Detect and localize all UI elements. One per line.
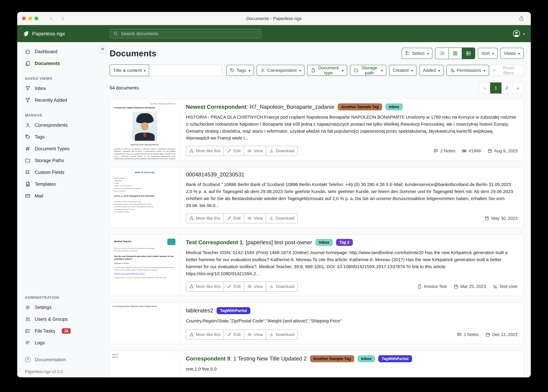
users-icon xyxy=(25,316,30,322)
action-label: More like this xyxy=(196,148,220,153)
view-button[interactable]: View xyxy=(244,330,266,339)
filter-permissions-button[interactable]: Permissions xyxy=(446,65,489,76)
app-logo[interactable]: Paperless-ngx xyxy=(23,30,65,37)
download-button[interactable]: Download xyxy=(266,282,297,291)
filter-storage-path-button[interactable]: Storage path xyxy=(350,65,386,76)
view-button[interactable]: View xyxy=(244,146,266,156)
sort-button[interactable]: Sort xyxy=(478,48,498,59)
sidebar-item-users-groups[interactable]: Users & Groups xyxy=(17,313,102,325)
more-like-this-button[interactable]: More like this xyxy=(186,330,224,339)
document-tag[interactable]: TagWithPartial xyxy=(216,307,250,314)
document-tag[interactable]: TagWithPartial xyxy=(378,355,412,362)
document-thumbnail[interactable]: BANK OF SCOTLANDBank of Scotland10886 Be… xyxy=(110,167,180,228)
sidebar-item-inbox[interactable]: Inbox xyxy=(17,83,102,94)
view-list-button[interactable] xyxy=(435,48,448,59)
more-like-this-button[interactable]: More like this xyxy=(186,282,224,291)
filter-tags-button[interactable]: Tags xyxy=(226,65,254,76)
filter-correspondent-button[interactable]: Correspondent xyxy=(257,65,304,76)
document-title[interactable]: tablerates2 xyxy=(186,308,213,314)
page-1-button[interactable]: 1 xyxy=(490,83,501,93)
select-button[interactable]: Select xyxy=(402,48,433,59)
document-tag[interactable]: Inbox xyxy=(385,103,403,110)
sidebar-item-custom-fields[interactable]: Custom Fields xyxy=(17,166,102,178)
more-like-this-button[interactable]: More like this xyxy=(186,146,224,156)
documentation-link[interactable]: ? Documentation xyxy=(17,354,102,365)
document-tag[interactable]: Inbox xyxy=(315,239,333,246)
sidebar-item-settings[interactable]: Settings xyxy=(17,301,102,313)
back-icon[interactable] xyxy=(49,16,54,21)
share-icon[interactable] xyxy=(519,16,524,21)
user-menu[interactable] xyxy=(512,29,525,38)
caret-down-icon xyxy=(492,51,494,56)
created-date[interactable]: May 30, 2023 xyxy=(484,216,518,221)
created-date[interactable]: Dec 11, 2022 xyxy=(485,332,518,337)
document-thumbnail[interactable]: Medical TeacherISSN: 0142-159X (Print) 1… xyxy=(110,235,180,296)
sidebar-item-label: Mail xyxy=(35,194,43,198)
download-button[interactable]: Download xyxy=(266,146,297,156)
page-2-button[interactable]: 2 xyxy=(501,83,512,93)
document-tag[interactable]: Another Sample Tag xyxy=(310,355,354,362)
tasks-icon xyxy=(25,328,30,334)
view-button[interactable]: View xyxy=(244,213,266,223)
document-title[interactable]: Test Correspondent 1: [paperless] test p… xyxy=(186,239,312,245)
sidebar-collapse-button[interactable] xyxy=(98,44,108,54)
edit-button[interactable]: Edit xyxy=(224,282,244,291)
sidebar-item-correspondents[interactable]: Correspondents xyxy=(17,119,102,131)
zoom-window-button[interactable] xyxy=(35,17,38,20)
edit-button[interactable]: Edit xyxy=(224,330,244,339)
notes-count[interactable]: 1 Notes xyxy=(457,332,479,337)
thumbnail-page: Country,Region/State,"Zip/Postal Code","… xyxy=(110,303,180,344)
filter-created-button[interactable]: Created xyxy=(389,65,416,76)
notes-count[interactable]: 2 Notes xyxy=(433,148,455,154)
sidebar-item-recently-added[interactable]: Recently Added xyxy=(17,94,102,106)
document-thumbnail[interactable]: HISTORIA - PRACA DLA CHĘTNYCHFrancja pod… xyxy=(110,99,180,160)
document-title[interactable]: Correspondent 9: 1 Testing New Title Upd… xyxy=(186,356,307,362)
close-window-button[interactable] xyxy=(22,17,26,20)
reset-filters-button[interactable]: Reset filters xyxy=(489,65,524,76)
sidebar-item-dashboard[interactable]: Dashboard xyxy=(17,46,102,57)
filter-document-type-button[interactable]: Document type xyxy=(307,65,347,76)
more-like-this-button[interactable]: More like this xyxy=(186,213,224,223)
edit-button[interactable]: Edit xyxy=(224,213,244,223)
owner[interactable]: Test User xyxy=(492,284,518,289)
document-tag[interactable]: Another Sample Tag xyxy=(338,103,382,110)
download-button[interactable]: Download xyxy=(266,330,297,339)
document-title[interactable]: 0004814539_20230531 xyxy=(186,171,244,178)
created-date[interactable]: Mar 25, 2023 xyxy=(454,284,486,289)
document-meta: 2 Notes#1999Aug 9, 2023 xyxy=(433,148,518,154)
sidebar-item-storage-paths[interactable]: Storage Paths xyxy=(17,155,102,166)
view-button[interactable]: View xyxy=(244,282,266,291)
sidebar-item-document-types[interactable]: Document Types xyxy=(17,143,102,155)
first-page-button[interactable]: « xyxy=(479,83,490,93)
filter-added-button[interactable]: Added xyxy=(419,65,444,76)
created-date[interactable]: Aug 9, 2023 xyxy=(487,148,518,154)
title-content-dropdown[interactable]: Title & content xyxy=(110,64,149,76)
views-button[interactable]: Views xyxy=(500,48,524,59)
document-tag[interactable]: Tag 2 xyxy=(336,239,353,246)
sidebar-item-mail[interactable]: Mail xyxy=(17,190,102,202)
sidebar-item-label: Settings xyxy=(35,305,51,310)
sidebar-item-logs[interactable]: Logs xyxy=(17,337,102,349)
forward-icon[interactable] xyxy=(60,16,65,21)
document-title[interactable]: Newest Correspondent: H7_Napoleon_Bonapa… xyxy=(186,104,334,110)
download-button[interactable]: Download xyxy=(266,213,297,223)
action-label: View xyxy=(254,148,263,153)
sidebar-item-documents[interactable]: Documents xyxy=(17,57,102,69)
titlebar: Documents - Paperless-ngx xyxy=(17,12,531,25)
search-input[interactable] xyxy=(110,29,261,38)
document-thumbnail[interactable]: one,1.0five,5.0 xyxy=(110,351,180,377)
title-content-input[interactable] xyxy=(149,64,222,76)
created-date-label: Aug 9, 2023 xyxy=(494,148,518,154)
sidebar-item-tags[interactable]: Tags xyxy=(17,131,102,143)
asn[interactable]: #1999 xyxy=(462,148,481,154)
sidebar-item-templates[interactable]: Templates xyxy=(17,178,102,190)
document-type[interactable]: Invoice Test xyxy=(417,284,447,289)
view-detail-button[interactable] xyxy=(462,48,475,59)
edit-button[interactable]: Edit xyxy=(224,146,244,156)
view-grid-button[interactable] xyxy=(448,48,462,59)
document-thumbnail[interactable]: Country,Region/State,"Zip/Postal Code","… xyxy=(110,303,180,344)
document-tag[interactable]: Inbox xyxy=(358,355,375,362)
last-page-button[interactable]: » xyxy=(512,83,524,93)
minimize-window-button[interactable] xyxy=(28,17,32,20)
sidebar-item-file-tasks[interactable]: File Tasks16 xyxy=(17,325,102,337)
